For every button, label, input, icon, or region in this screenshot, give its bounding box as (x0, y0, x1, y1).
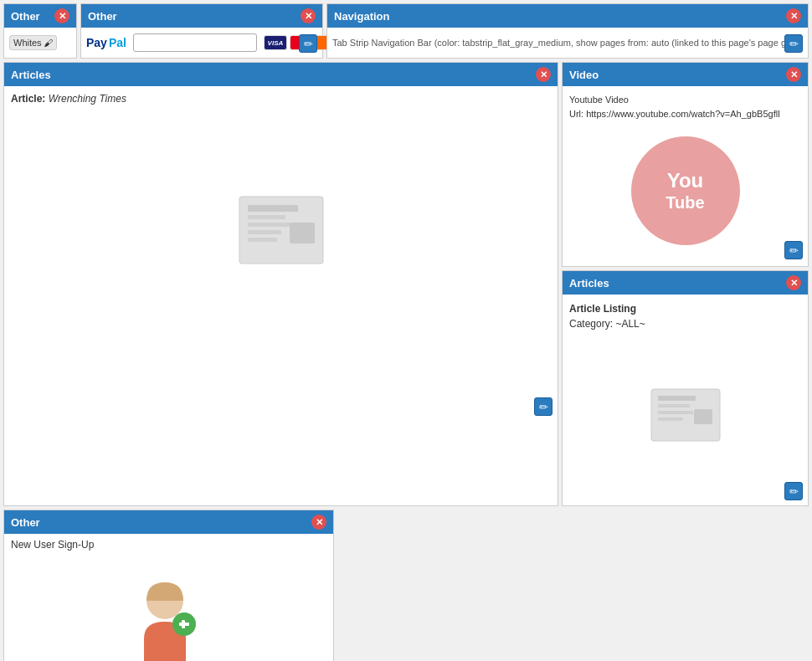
top-widget-navigation: Navigation ✕ Tab Strip Navigation Bar (c… (326, 3, 809, 59)
video-widget-header: Video ✕ (563, 63, 808, 86)
top-widget-navigation-close[interactable]: ✕ (786, 8, 801, 23)
articles-main-body: Article: Wrenching Times ✏ (4, 86, 558, 421)
signup-label: New User Sign-Up (11, 539, 326, 551)
navigation-description: Tab Strip Navigation Bar (color: tabstri… (332, 38, 799, 48)
articles-secondary-widget: Articles ✕ Article Listing Category: ~AL… (562, 270, 809, 506)
top-widget-other-2-title: Other (88, 10, 117, 23)
top-widget-other-1-body: Whites 🖌 (4, 28, 76, 58)
svg-rect-10 (658, 411, 693, 414)
visa-card-icon: VISA (264, 35, 287, 50)
video-widget-edit[interactable]: ✏ (784, 241, 803, 259)
other-signup-close[interactable]: ✕ (311, 515, 326, 530)
svg-rect-2 (248, 215, 285, 219)
articles-main-edit[interactable]: ✏ (534, 397, 552, 416)
youtube-you-text: You (667, 169, 704, 193)
paypal-logo: PayPal (86, 36, 126, 49)
top-widget-navigation-title: Navigation (334, 10, 389, 23)
svg-rect-5 (248, 238, 277, 242)
youtube-url-line: Url: https://www.youtube.com/watch?v=Ah_… (569, 107, 801, 121)
articles-secondary-placeholder (569, 331, 801, 499)
articles-secondary-header: Articles ✕ (563, 271, 808, 295)
paypal-input[interactable] (133, 33, 257, 52)
whites-label: Whites (13, 38, 42, 48)
article-listing-label: Article Listing (569, 301, 801, 316)
youtube-type-label: Youtube Video (569, 93, 801, 107)
youtube-tube-wrap: Tube (666, 192, 704, 213)
top-widget-other-2-close[interactable]: ✕ (301, 8, 316, 23)
top-widget-other-1-title: Other (11, 10, 40, 23)
paypal-pal: Pal (109, 36, 126, 49)
paypal-area: PayPal VISA (86, 33, 317, 52)
second-row: Articles ✕ Article: Wrenching Times (3, 62, 809, 506)
video-widget-title: Video (569, 69, 599, 81)
youtube-area: Youtube Video Url: https://www.youtube.c… (569, 93, 801, 258)
articles-secondary-edit[interactable]: ✏ (784, 482, 803, 500)
paintbrush-icon: 🖌 (44, 38, 53, 48)
user-signup-svg-icon (127, 576, 211, 661)
top-widget-navigation-header: Navigation ✕ (327, 4, 808, 28)
articles-main-placeholder (11, 105, 551, 356)
svg-rect-1 (248, 205, 298, 212)
paypal-p-dark: Pay (86, 36, 107, 49)
svg-rect-12 (694, 409, 712, 424)
article-listing-info: Article Listing Category: ~ALL~ (569, 301, 801, 331)
right-col: Video ✕ Youtube Video Url: https://www.y… (562, 62, 809, 506)
signup-content (11, 551, 326, 661)
youtube-info: Youtube Video Url: https://www.youtube.c… (569, 93, 801, 120)
video-widget-close[interactable]: ✕ (786, 67, 801, 82)
svg-rect-3 (248, 223, 290, 227)
articles-main-widget: Articles ✕ Article: Wrenching Times (3, 62, 558, 506)
bottom-row: Other ✕ New User Sign-Up (3, 510, 809, 661)
youtube-url-value: https://www.youtube.com/watch?v=Ah_gbB5g… (586, 109, 779, 119)
youtube-placeholder: You Tube (569, 124, 801, 258)
svg-rect-4 (248, 230, 281, 234)
svg-rect-16 (182, 620, 185, 628)
other-signup-body: New User Sign-Up (4, 534, 333, 661)
other-signup-widget: Other ✕ New User Sign-Up (3, 510, 334, 661)
top-row: Other ✕ Whites 🖌 Other ✕ (3, 3, 809, 59)
top-widget-other-1-close[interactable]: ✕ (54, 8, 69, 23)
svg-rect-8 (658, 396, 696, 401)
video-widget-body: Youtube Video Url: https://www.youtube.c… (563, 86, 808, 264)
article-name: Wrenching Times (49, 93, 126, 105)
top-widget-other-2-body: PayPal VISA ✏ (81, 28, 322, 58)
top-widget-other-1: Other ✕ Whites 🖌 (3, 3, 77, 59)
youtube-tube-text: Tube (666, 192, 704, 213)
svg-rect-11 (658, 418, 683, 421)
whites-badge: Whites 🖌 (9, 35, 57, 50)
svg-rect-6 (290, 223, 315, 243)
article-category-label: Category: (569, 318, 613, 330)
articles-secondary-close[interactable]: ✕ (786, 275, 801, 290)
article-category-line: Category: ~ALL~ (569, 316, 801, 331)
articles-secondary-title: Articles (569, 277, 609, 290)
article-title-line: Article: Wrenching Times (11, 93, 551, 105)
articles-main-close[interactable]: ✕ (536, 67, 551, 82)
youtube-url-label: Url: (569, 109, 583, 119)
other-signup-header: Other ✕ (4, 510, 333, 534)
newspaper-placeholder-icon (235, 192, 327, 268)
top-widget-navigation-edit[interactable]: ✏ (784, 34, 803, 53)
article-category-value: ~ALL~ (615, 318, 645, 330)
articles-main-header: Articles ✕ (4, 63, 558, 86)
top-widget-navigation-body: Tab Strip Navigation Bar (color: tabstri… (327, 28, 808, 58)
top-widget-other-2: Other ✕ PayPal VISA ✏ (80, 3, 323, 59)
top-widget-other-1-header: Other ✕ (4, 4, 76, 28)
youtube-circle-icon: You Tube (631, 136, 740, 245)
svg-rect-9 (658, 404, 690, 407)
article-label: Article: (11, 93, 45, 105)
video-widget: Video ✕ Youtube Video Url: https://www.y… (562, 62, 809, 267)
articles-main-title: Articles (11, 69, 51, 81)
articles-secondary-body: Article Listing Category: ~ALL~ (563, 295, 808, 505)
top-widget-other-2-edit[interactable]: ✏ (299, 34, 317, 53)
article-small-placeholder-icon (648, 386, 723, 444)
other-signup-title: Other (11, 516, 40, 529)
top-widget-other-2-header: Other ✕ (81, 4, 322, 28)
